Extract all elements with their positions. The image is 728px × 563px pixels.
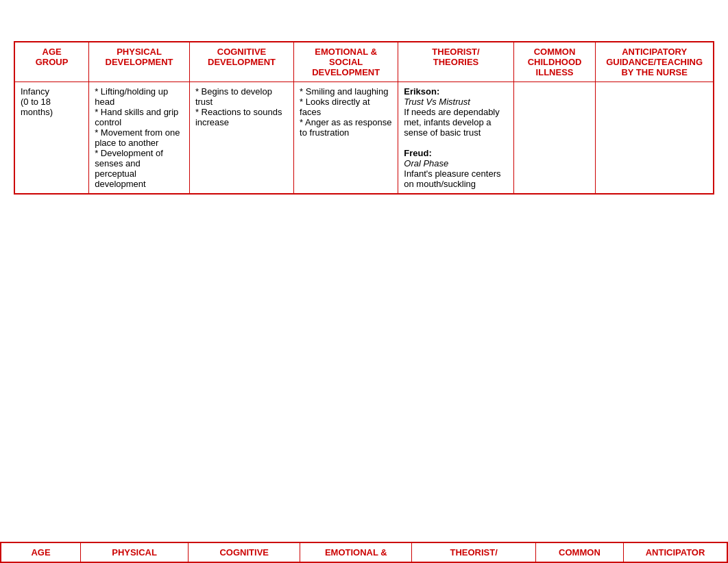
- cell-common: [513, 82, 596, 195]
- header-emotional: EMOTIONAL & SOCIAL DEVELOPMENT: [294, 42, 398, 82]
- bottom-table: AGE PHYSICAL COGNITIVE EMOTIONAL & THEOR…: [0, 542, 728, 563]
- bottom-header-theorist: THEORIST/: [412, 542, 536, 562]
- main-table: AGE GROUP PHYSICAL DEVELOPMENT COGNITIVE…: [14, 41, 714, 195]
- header-theorist: THEORIST/ THEORIES: [398, 42, 513, 82]
- bottom-header-physical: PHYSICAL: [80, 542, 188, 562]
- header-row: AGE GROUP PHYSICAL DEVELOPMENT COGNITIVE…: [14, 42, 714, 82]
- bottom-header-anticipatory: ANTICIPATOR: [624, 542, 727, 562]
- bottom-header-cognitive: COGNITIVE: [189, 542, 300, 562]
- cell-physical: * Lifting/holding up head * Hand skills …: [89, 82, 190, 195]
- header-anticipatory: ANTICIPATORY GUIDANCE/TEACHING BY THE NU…: [596, 42, 714, 82]
- bottom-header-emotional: EMOTIONAL &: [300, 542, 412, 562]
- cell-anticipatory: [596, 82, 714, 195]
- cell-theorist: Erikson: Trust Vs Mistrust If needs are …: [398, 82, 513, 195]
- table-row: Infancy(0 to 18 months) * Lifting/holdin…: [14, 82, 714, 195]
- cell-age: Infancy(0 to 18 months): [14, 82, 89, 195]
- header-cognitive: COGNITIVE DEVELOPMENT: [189, 42, 293, 82]
- header-age: AGE GROUP: [14, 42, 89, 82]
- cell-emotional: * Smiling and laughing * Looks directly …: [294, 82, 398, 195]
- cell-cognitive: * Begins to develop trust * Reactions to…: [189, 82, 293, 195]
- bottom-header-age: AGE: [1, 542, 80, 562]
- header-common: COMMON CHILDHOOD ILLNESS: [513, 42, 596, 82]
- page-wrapper: AGE GROUP PHYSICAL DEVELOPMENT COGNITIVE…: [0, 0, 728, 563]
- bottom-header-common: COMMON: [535, 542, 623, 562]
- header-physical: PHYSICAL DEVELOPMENT: [89, 42, 190, 82]
- bottom-header-row: AGE PHYSICAL COGNITIVE EMOTIONAL & THEOR…: [1, 542, 727, 562]
